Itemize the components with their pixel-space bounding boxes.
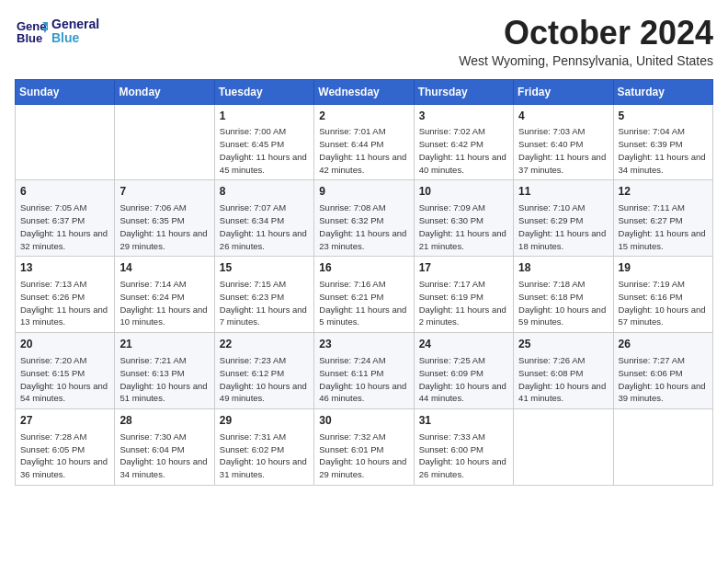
day-info: Sunrise: 7:21 AM Sunset: 6:13 PM Dayligh… xyxy=(119,354,209,405)
calendar-header: SundayMondayTuesdayWednesdayThursdayFrid… xyxy=(16,79,713,104)
calendar-cell: 7Sunrise: 7:06 AM Sunset: 6:35 PM Daylig… xyxy=(115,180,214,257)
calendar-cell: 2Sunrise: 7:01 AM Sunset: 6:44 PM Daylig… xyxy=(314,104,414,180)
day-number: 7 xyxy=(119,184,209,200)
day-info: Sunrise: 7:18 AM Sunset: 6:18 PM Dayligh… xyxy=(518,278,608,328)
page-header: General Blue General Blue October 2024 W… xyxy=(15,15,713,68)
day-info: Sunrise: 7:11 AM Sunset: 6:27 PM Dayligh… xyxy=(619,201,708,252)
calendar-cell: 30Sunrise: 7:32 AM Sunset: 6:01 PM Dayli… xyxy=(314,409,414,486)
calendar-cell: 8Sunrise: 7:07 AM Sunset: 6:34 PM Daylig… xyxy=(214,180,313,257)
calendar-cell: 17Sunrise: 7:17 AM Sunset: 6:19 PM Dayli… xyxy=(414,257,513,333)
day-number: 3 xyxy=(419,109,508,124)
day-number: 9 xyxy=(319,184,408,200)
day-info: Sunrise: 7:17 AM Sunset: 6:19 PM Dayligh… xyxy=(419,278,508,328)
day-number: 25 xyxy=(518,337,608,352)
day-info: Sunrise: 7:01 AM Sunset: 6:44 PM Dayligh… xyxy=(319,125,408,176)
day-number: 17 xyxy=(419,260,508,276)
calendar-table: SundayMondayTuesdayWednesdayThursdayFrid… xyxy=(15,79,713,486)
day-info: Sunrise: 7:04 AM Sunset: 6:39 PM Dayligh… xyxy=(619,125,708,176)
calendar-cell xyxy=(115,104,214,180)
logo-blue: Blue xyxy=(51,31,99,45)
day-number: 11 xyxy=(518,184,608,200)
calendar-cell: 27Sunrise: 7:28 AM Sunset: 6:05 PM Dayli… xyxy=(16,409,115,486)
calendar-cell: 11Sunrise: 7:10 AM Sunset: 6:29 PM Dayli… xyxy=(514,180,613,257)
weekday-header: Friday xyxy=(514,79,613,104)
day-number: 5 xyxy=(619,109,708,124)
day-info: Sunrise: 7:31 AM Sunset: 6:02 PM Dayligh… xyxy=(220,431,309,481)
day-info: Sunrise: 7:10 AM Sunset: 6:29 PM Dayligh… xyxy=(518,201,608,252)
calendar-cell: 3Sunrise: 7:02 AM Sunset: 6:42 PM Daylig… xyxy=(414,104,513,180)
day-number: 31 xyxy=(419,413,508,429)
calendar-cell: 10Sunrise: 7:09 AM Sunset: 6:30 PM Dayli… xyxy=(414,180,513,257)
day-number: 20 xyxy=(20,337,109,352)
day-number: 28 xyxy=(119,413,209,429)
day-number: 8 xyxy=(220,184,309,200)
calendar-cell: 23Sunrise: 7:24 AM Sunset: 6:11 PM Dayli… xyxy=(314,333,414,409)
day-number: 18 xyxy=(518,260,608,276)
calendar-cell: 26Sunrise: 7:27 AM Sunset: 6:06 PM Dayli… xyxy=(613,333,712,409)
calendar-cell xyxy=(514,409,613,486)
day-number: 10 xyxy=(419,184,508,200)
svg-text:Blue: Blue xyxy=(17,31,42,45)
day-info: Sunrise: 7:14 AM Sunset: 6:24 PM Dayligh… xyxy=(119,278,209,328)
calendar-cell: 5Sunrise: 7:04 AM Sunset: 6:39 PM Daylig… xyxy=(613,104,712,180)
day-info: Sunrise: 7:28 AM Sunset: 6:05 PM Dayligh… xyxy=(20,431,109,481)
day-number: 12 xyxy=(619,184,708,200)
calendar-cell: 20Sunrise: 7:20 AM Sunset: 6:15 PM Dayli… xyxy=(16,333,115,409)
day-number: 2 xyxy=(319,109,408,124)
day-info: Sunrise: 7:32 AM Sunset: 6:01 PM Dayligh… xyxy=(319,431,408,481)
calendar-cell: 19Sunrise: 7:19 AM Sunset: 6:16 PM Dayli… xyxy=(613,257,712,333)
day-info: Sunrise: 7:00 AM Sunset: 6:45 PM Dayligh… xyxy=(220,125,309,176)
calendar-cell: 6Sunrise: 7:05 AM Sunset: 6:37 PM Daylig… xyxy=(16,180,115,257)
calendar-cell: 16Sunrise: 7:16 AM Sunset: 6:21 PM Dayli… xyxy=(314,257,414,333)
calendar-cell: 21Sunrise: 7:21 AM Sunset: 6:13 PM Dayli… xyxy=(115,333,214,409)
weekday-header: Thursday xyxy=(414,79,513,104)
day-info: Sunrise: 7:07 AM Sunset: 6:34 PM Dayligh… xyxy=(220,201,309,252)
calendar-cell xyxy=(16,104,115,180)
day-info: Sunrise: 7:13 AM Sunset: 6:26 PM Dayligh… xyxy=(20,278,109,328)
calendar-cell: 15Sunrise: 7:15 AM Sunset: 6:23 PM Dayli… xyxy=(214,257,313,333)
day-info: Sunrise: 7:15 AM Sunset: 6:23 PM Dayligh… xyxy=(220,278,309,328)
day-info: Sunrise: 7:26 AM Sunset: 6:08 PM Dayligh… xyxy=(518,354,608,405)
logo-general: General xyxy=(51,17,99,31)
calendar-cell: 12Sunrise: 7:11 AM Sunset: 6:27 PM Dayli… xyxy=(613,180,712,257)
day-number: 27 xyxy=(20,413,109,429)
day-info: Sunrise: 7:25 AM Sunset: 6:09 PM Dayligh… xyxy=(419,354,508,405)
calendar-cell: 9Sunrise: 7:08 AM Sunset: 6:32 PM Daylig… xyxy=(314,180,414,257)
calendar-cell: 1Sunrise: 7:00 AM Sunset: 6:45 PM Daylig… xyxy=(214,104,313,180)
day-info: Sunrise: 7:20 AM Sunset: 6:15 PM Dayligh… xyxy=(20,354,109,405)
weekday-header: Saturday xyxy=(613,79,712,104)
weekday-header: Sunday xyxy=(16,79,115,104)
day-number: 26 xyxy=(619,337,708,352)
calendar-cell: 28Sunrise: 7:30 AM Sunset: 6:04 PM Dayli… xyxy=(115,409,214,486)
day-number: 16 xyxy=(319,260,408,276)
day-info: Sunrise: 7:30 AM Sunset: 6:04 PM Dayligh… xyxy=(119,431,209,481)
day-info: Sunrise: 7:06 AM Sunset: 6:35 PM Dayligh… xyxy=(119,201,209,252)
day-info: Sunrise: 7:33 AM Sunset: 6:00 PM Dayligh… xyxy=(419,431,508,481)
day-number: 4 xyxy=(518,109,608,124)
calendar-cell: 29Sunrise: 7:31 AM Sunset: 6:02 PM Dayli… xyxy=(214,409,313,486)
calendar-cell: 25Sunrise: 7:26 AM Sunset: 6:08 PM Dayli… xyxy=(514,333,613,409)
calendar-cell: 13Sunrise: 7:13 AM Sunset: 6:26 PM Dayli… xyxy=(16,257,115,333)
calendar-cell: 4Sunrise: 7:03 AM Sunset: 6:40 PM Daylig… xyxy=(514,104,613,180)
location-subtitle: West Wyoming, Pennsylvania, United State… xyxy=(459,53,713,68)
day-number: 24 xyxy=(419,337,508,352)
weekday-header: Wednesday xyxy=(314,79,414,104)
logo: General Blue General Blue xyxy=(15,15,99,48)
day-number: 14 xyxy=(119,260,209,276)
day-number: 21 xyxy=(119,337,209,352)
day-number: 1 xyxy=(220,109,309,124)
day-number: 6 xyxy=(20,184,109,200)
day-number: 22 xyxy=(220,337,309,352)
day-info: Sunrise: 7:23 AM Sunset: 6:12 PM Dayligh… xyxy=(220,354,309,405)
day-info: Sunrise: 7:19 AM Sunset: 6:16 PM Dayligh… xyxy=(619,278,708,328)
day-number: 29 xyxy=(220,413,309,429)
day-info: Sunrise: 7:02 AM Sunset: 6:42 PM Dayligh… xyxy=(419,125,508,176)
day-info: Sunrise: 7:09 AM Sunset: 6:30 PM Dayligh… xyxy=(419,201,508,252)
day-number: 19 xyxy=(619,260,708,276)
day-number: 30 xyxy=(319,413,408,429)
day-info: Sunrise: 7:27 AM Sunset: 6:06 PM Dayligh… xyxy=(619,354,708,405)
calendar-cell: 18Sunrise: 7:18 AM Sunset: 6:18 PM Dayli… xyxy=(514,257,613,333)
day-info: Sunrise: 7:08 AM Sunset: 6:32 PM Dayligh… xyxy=(319,201,408,252)
calendar-cell: 31Sunrise: 7:33 AM Sunset: 6:00 PM Dayli… xyxy=(414,409,513,486)
calendar-cell: 24Sunrise: 7:25 AM Sunset: 6:09 PM Dayli… xyxy=(414,333,513,409)
